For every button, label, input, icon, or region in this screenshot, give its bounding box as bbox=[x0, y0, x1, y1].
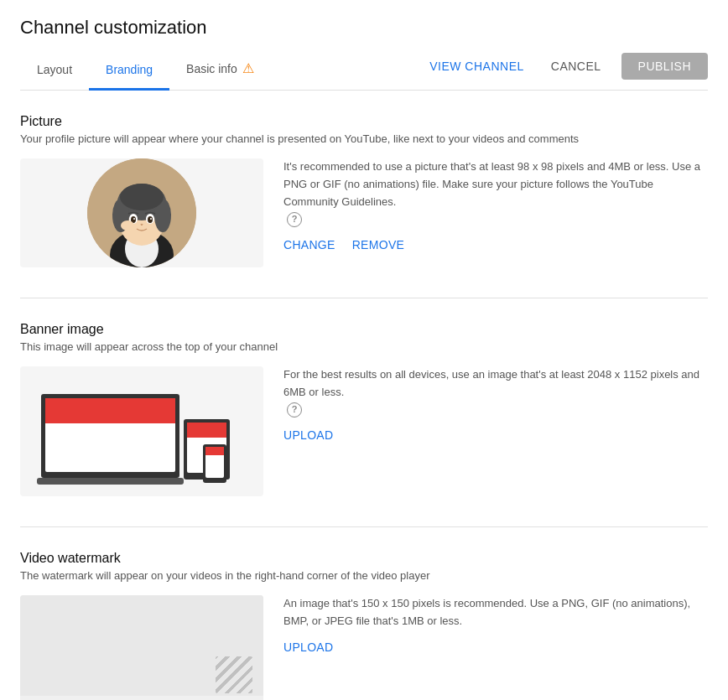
picture-remove-button[interactable]: REMOVE bbox=[352, 238, 404, 251]
svg-rect-19 bbox=[37, 478, 184, 485]
watermark-stripes bbox=[216, 656, 252, 693]
divider-2 bbox=[20, 526, 708, 527]
picture-description: Your profile picture will appear where y… bbox=[20, 132, 708, 145]
watermark-description: The watermark will appear on your videos… bbox=[20, 569, 708, 582]
svg-point-14 bbox=[150, 218, 152, 220]
watermark-upload-button[interactable]: UPLOAD bbox=[283, 640, 333, 654]
banner-device-mockup bbox=[33, 373, 251, 490]
banner-title: Banner image bbox=[20, 322, 708, 337]
svg-point-15 bbox=[121, 220, 134, 231]
top-bar: Layout Branding Basic info ⚠ VIEW CHANNE… bbox=[20, 49, 708, 91]
svg-rect-22 bbox=[187, 423, 226, 438]
banner-row: For the best results on all devices, use… bbox=[20, 366, 708, 496]
view-channel-button[interactable]: VIEW CHANNEL bbox=[423, 54, 531, 78]
tab-basic-info[interactable]: Basic info ⚠ bbox=[169, 49, 271, 91]
picture-actions: CHANGE REMOVE bbox=[283, 238, 708, 251]
watermark-title: Video watermark bbox=[20, 551, 708, 566]
picture-help-icon[interactable]: ? bbox=[287, 212, 302, 227]
banner-svg bbox=[37, 369, 247, 490]
picture-preview bbox=[20, 158, 263, 267]
watermark-actions: UPLOAD bbox=[283, 640, 708, 654]
banner-upload-button[interactable]: UPLOAD bbox=[283, 428, 333, 442]
svg-rect-25 bbox=[205, 447, 224, 455]
watermark-info: An image that's 150 x 150 pixels is reco… bbox=[283, 595, 708, 654]
page-title: Channel customization bbox=[20, 17, 708, 39]
picture-section: Picture Your profile picture will appear… bbox=[20, 114, 708, 267]
tab-layout[interactable]: Layout bbox=[20, 51, 89, 91]
banner-description: This image will appear across the top of… bbox=[20, 340, 708, 353]
video-player-preview: ▶ 🔊 ⚙ bbox=[20, 595, 263, 700]
banner-section: Banner image This image will appear acro… bbox=[20, 322, 708, 496]
svg-rect-18 bbox=[45, 398, 175, 423]
watermark-section: Video watermark The watermark will appea… bbox=[20, 551, 708, 700]
picture-info: It's recommended to use a picture that's… bbox=[283, 158, 708, 251]
banner-help-icon[interactable]: ? bbox=[287, 402, 302, 417]
profile-avatar-svg bbox=[87, 158, 196, 267]
svg-point-8 bbox=[120, 184, 164, 210]
banner-preview bbox=[20, 366, 263, 496]
cancel-button[interactable]: CANCEL bbox=[544, 54, 608, 78]
divider-1 bbox=[20, 298, 708, 298]
publish-button[interactable]: PUBLISH bbox=[621, 53, 708, 80]
top-actions: VIEW CHANNEL CANCEL PUBLISH bbox=[423, 53, 708, 86]
watermark-area bbox=[213, 654, 255, 696]
main-content: Picture Your profile picture will appear… bbox=[0, 91, 728, 700]
watermark-row: ▶ 🔊 ⚙ bbox=[20, 595, 708, 700]
header: Channel customization Layout Branding Ba… bbox=[0, 0, 728, 91]
picture-row: It's recommended to use a picture that's… bbox=[20, 158, 708, 267]
svg-point-12 bbox=[148, 216, 153, 223]
banner-actions: UPLOAD bbox=[283, 428, 708, 442]
profile-circle bbox=[87, 158, 196, 267]
picture-title: Picture bbox=[20, 114, 708, 129]
warning-icon: ⚠ bbox=[242, 60, 254, 76]
banner-info: For the best results on all devices, use… bbox=[283, 366, 708, 442]
watermark-preview: ▶ 🔊 ⚙ bbox=[20, 595, 263, 700]
picture-change-button[interactable]: CHANGE bbox=[283, 238, 335, 251]
svg-point-13 bbox=[133, 218, 135, 220]
tab-branding[interactable]: Branding bbox=[89, 51, 169, 91]
tabs-nav: Layout Branding Basic info ⚠ bbox=[20, 49, 271, 90]
